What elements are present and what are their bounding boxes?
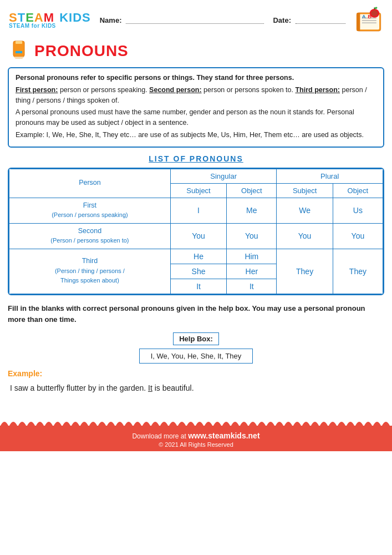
- name-label: Name:: [100, 16, 122, 24]
- svg-text:A: A: [362, 13, 366, 19]
- info-line4: Example: I, We, He, She, It, They etc… a…: [16, 130, 376, 140]
- info-box: Personal pronouns refer to specific pers…: [8, 67, 384, 148]
- first-plur-obj: Us: [333, 198, 383, 223]
- col-singular: Singular: [170, 169, 277, 183]
- col-sing-object: Object: [227, 183, 277, 198]
- svg-rect-15: [16, 51, 22, 53]
- svg-rect-2: [357, 13, 360, 31]
- second-plur-obj: You: [333, 223, 383, 249]
- person-second: Second(Person / persons spoken to): [9, 223, 171, 249]
- steam-text: STEAM: [9, 12, 54, 24]
- table-row: First(Person / persons speaking) I Me We…: [9, 198, 383, 223]
- third-sing-subj-she: She: [170, 264, 226, 279]
- svg-rect-13: [16, 41, 22, 44]
- footer: Download more at www.steamkids.net © 202…: [0, 426, 392, 451]
- example-label: Example:: [8, 369, 384, 378]
- table-heading: LIST OF PRONOUNS: [0, 154, 392, 163]
- first-sing-subj: I: [170, 198, 226, 223]
- example-text-before: I saw a butterfly flutter by in the gard…: [10, 384, 148, 392]
- col-plural: Plural: [277, 169, 383, 183]
- col-person: Person: [9, 169, 171, 198]
- svg-marker-14: [13, 57, 24, 59]
- page-title: PRONOUNS: [34, 42, 129, 60]
- person-first: First(Person / persons speaking): [9, 198, 171, 223]
- example-pronoun: It: [148, 384, 152, 392]
- logo-subtitle: STEAM for KIDS: [9, 23, 56, 29]
- header: STEAM KIDS STEAM for KIDS Name: Date: A …: [0, 0, 392, 38]
- third-plur-obj: They: [333, 249, 383, 294]
- example-text-after: is beautiful.: [152, 384, 194, 392]
- person-third: Third(Person / thing / persons /Things s…: [9, 249, 171, 294]
- info-line3: A personal pronouns used must have the s…: [16, 107, 376, 128]
- col-sing-subject: Subject: [170, 183, 226, 198]
- third-sing-obj-it: It: [227, 279, 277, 294]
- example-text: I saw a butterfly flutter by in the gard…: [10, 384, 384, 392]
- example-section: Example: I saw a butterfly flutter by in…: [8, 369, 384, 392]
- col-plur-subject: Subject: [277, 183, 333, 198]
- info-line2: First person: person or persons speaking…: [16, 85, 376, 106]
- second-plur-subj: You: [277, 223, 333, 249]
- footer-download: Download more at www.steamkids.net: [0, 431, 392, 440]
- info-line1: Personal pronouns refer to specific pers…: [16, 73, 376, 83]
- date-label: Date:: [273, 16, 291, 24]
- third-sing-obj-her: Her: [227, 264, 277, 279]
- first-plur-subj: We: [277, 198, 333, 223]
- footer-copyright: © 2021 All Rights Reserved: [0, 441, 392, 448]
- title-row: PRONOUNS: [0, 38, 392, 67]
- logo: STEAM KIDS STEAM for KIDS: [9, 12, 91, 29]
- second-sing-subj: You: [170, 223, 226, 249]
- help-box-container: Help Box: I, We, You, He, She, It, They: [0, 332, 392, 364]
- svg-point-9: [371, 10, 378, 16]
- kids-text: KIDS: [55, 12, 91, 24]
- third-plur-subj: They: [277, 249, 333, 294]
- col-plur-object: Object: [333, 183, 383, 198]
- pronoun-table: Person Singular Plural Subject Object Su…: [9, 169, 383, 294]
- first-sing-obj: Me: [227, 198, 277, 223]
- table-row: Second(Person / persons spoken to) You Y…: [9, 223, 383, 249]
- footer-website: www.steamkids.net: [188, 431, 259, 440]
- pencil-icon: [9, 39, 29, 63]
- fill-instruction: Fill in the blanks with correct personal…: [8, 303, 384, 326]
- second-sing-obj: You: [227, 223, 277, 249]
- third-sing-subj-he: He: [170, 249, 226, 264]
- help-box-label: Help Box:: [173, 332, 219, 345]
- book-icon: A B: [354, 6, 383, 34]
- table-row: Third(Person / thing / persons /Things s…: [9, 249, 383, 264]
- date-line: [296, 16, 345, 24]
- third-sing-subj-it: It: [170, 279, 226, 294]
- name-date-row: Name: Date:: [100, 16, 345, 24]
- third-sing-obj-him: Him: [227, 249, 277, 264]
- help-box-words: I, We, You, He, She, It, They: [139, 349, 253, 364]
- pronoun-table-container: Person Singular Plural Subject Object Su…: [8, 168, 384, 295]
- name-line: [126, 16, 264, 24]
